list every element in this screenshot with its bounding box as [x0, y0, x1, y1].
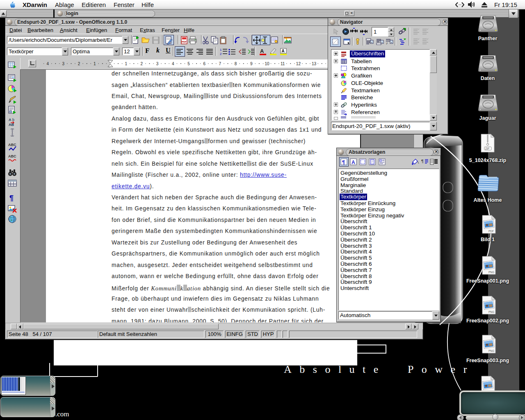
- svg-text:*: *: [345, 80, 347, 83]
- svg-text:5: 5: [187, 62, 190, 66]
- svg-text:4: 4: [46, 62, 49, 66]
- svg-text:7: 7: [219, 62, 221, 66]
- svg-text:12: 12: [296, 62, 301, 66]
- svg-text:ABC: ABC: [8, 154, 16, 158]
- svg-text:ABC: ABC: [8, 143, 16, 147]
- svg-text:8: 8: [235, 62, 237, 66]
- svg-text:10: 10: [265, 62, 269, 66]
- svg-text:A: A: [9, 118, 11, 122]
- svg-text:+: +: [391, 41, 393, 43]
- svg-text:3: 3: [62, 62, 65, 66]
- svg-text:♪: ♪: [386, 41, 388, 45]
- svg-text:¶: ¶: [421, 159, 424, 164]
- svg-text:b: b: [12, 118, 14, 122]
- svg-text:+: +: [371, 41, 373, 43]
- svg-text:1: 1: [94, 62, 96, 66]
- svg-text:A: A: [352, 160, 355, 165]
- svg-text:¶: ¶: [342, 159, 345, 165]
- svg-text:AB: AB: [9, 123, 14, 127]
- svg-text:13: 13: [312, 62, 317, 66]
- svg-text:+: +: [381, 41, 383, 43]
- svg-text:11: 11: [281, 62, 285, 66]
- svg-text:9: 9: [250, 62, 253, 66]
- svg-text:A: A: [260, 48, 264, 54]
- svg-text:2: 2: [141, 62, 143, 66]
- svg-text:2: 2: [78, 62, 80, 66]
- svg-text:3: 3: [156, 62, 159, 66]
- svg-text:6: 6: [203, 62, 205, 66]
- svg-text:A: A: [282, 49, 285, 53]
- svg-text:1: 1: [125, 62, 127, 66]
- svg-text:¶: ¶: [9, 194, 14, 202]
- svg-text:2: 2: [220, 52, 222, 56]
- svg-text:PDF: PDF: [182, 41, 187, 43]
- svg-text:1: 1: [220, 48, 222, 52]
- svg-text:4: 4: [172, 62, 174, 66]
